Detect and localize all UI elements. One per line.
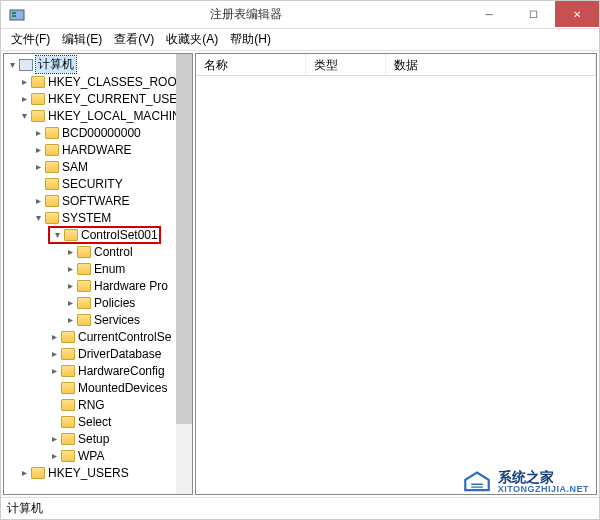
expander-icon[interactable]	[48, 382, 60, 394]
tree-hive-hkcr[interactable]: ▸ HKEY_CLASSES_ROOT	[4, 73, 192, 90]
maximize-button[interactable]: ☐	[511, 1, 555, 27]
tree-label: Policies	[94, 296, 135, 310]
column-type[interactable]: 类型	[306, 54, 386, 75]
expander-icon[interactable]: ▸	[64, 297, 76, 309]
menu-edit[interactable]: 编辑(E)	[56, 29, 108, 50]
computer-icon	[19, 59, 33, 71]
folder-icon	[64, 229, 78, 241]
tree-label: CurrentControlSe	[78, 330, 171, 344]
expander-icon[interactable]: ▸	[48, 331, 60, 343]
tree-hive-hklm[interactable]: ▾ HKEY_LOCAL_MACHINE	[4, 107, 192, 124]
folder-icon	[61, 433, 75, 445]
tree-key-setup[interactable]: ▸Setup	[4, 430, 192, 447]
tree-scrollbar[interactable]	[176, 54, 192, 494]
column-name[interactable]: 名称	[196, 54, 306, 75]
tree-label: DriverDatabase	[78, 347, 161, 361]
tree-label: HardwareConfig	[78, 364, 165, 378]
window-title: 注册表编辑器	[25, 6, 467, 23]
folder-icon	[31, 76, 45, 88]
menubar: 文件(F) 编辑(E) 查看(V) 收藏夹(A) 帮助(H)	[1, 29, 599, 51]
app-icon	[9, 7, 25, 23]
expander-icon[interactable]: ▸	[32, 195, 44, 207]
expander-icon[interactable]: ▸	[48, 348, 60, 360]
tree-label: SAM	[62, 160, 88, 174]
menu-favorites[interactable]: 收藏夹(A)	[160, 29, 224, 50]
tree-key-services[interactable]: ▸Services	[4, 311, 192, 328]
expander-icon[interactable]: ▾	[18, 110, 30, 122]
expander-icon[interactable]: ▸	[64, 263, 76, 275]
expander-icon[interactable]: ▸	[64, 246, 76, 258]
tree-key-wpa[interactable]: ▸WPA	[4, 447, 192, 464]
list-body[interactable]	[196, 76, 596, 494]
close-button[interactable]: ✕	[555, 1, 599, 27]
statusbar: 计算机	[1, 497, 599, 517]
titlebar: 注册表编辑器 ─ ☐ ✕	[1, 1, 599, 29]
tree-label: RNG	[78, 398, 105, 412]
tree-key-security[interactable]: SECURITY	[4, 175, 192, 192]
tree-key-bcd[interactable]: ▸BCD00000000	[4, 124, 192, 141]
tree-label: HKEY_CURRENT_USER	[48, 92, 186, 106]
expander-icon[interactable]: ▸	[32, 127, 44, 139]
folder-icon	[77, 297, 91, 309]
tree-key-hardware-profiles[interactable]: ▸Hardware Pro	[4, 277, 192, 294]
tree-label: HKEY_LOCAL_MACHINE	[48, 109, 189, 123]
expander-icon[interactable]: ▸	[32, 144, 44, 156]
expander-icon[interactable]: ▸	[32, 161, 44, 173]
tree-key-policies[interactable]: ▸Policies	[4, 294, 192, 311]
menu-file[interactable]: 文件(F)	[5, 29, 56, 50]
expander-icon[interactable]	[32, 178, 44, 190]
folder-icon	[61, 365, 75, 377]
expander-icon[interactable]: ▸	[18, 467, 30, 479]
svg-rect-2	[12, 15, 16, 17]
tree-key-control[interactable]: ▸Control	[4, 243, 192, 260]
expander-icon[interactable]: ▸	[48, 433, 60, 445]
folder-icon	[45, 195, 59, 207]
tree-key-sam[interactable]: ▸SAM	[4, 158, 192, 175]
tree-root-computer[interactable]: ▾ 计算机	[4, 56, 192, 73]
tree-key-driverdatabase[interactable]: ▸DriverDatabase	[4, 345, 192, 362]
expander-icon[interactable]: ▸	[64, 314, 76, 326]
expander-icon[interactable]	[48, 399, 60, 411]
list-header: 名称 类型 数据	[196, 54, 596, 76]
registry-tree[interactable]: ▾ 计算机 ▸ HKEY_CLASSES_ROOT ▸ HKEY_CURRENT…	[4, 54, 192, 483]
expander-icon[interactable]: ▸	[18, 93, 30, 105]
folder-icon	[77, 314, 91, 326]
expander-icon[interactable]: ▸	[48, 450, 60, 462]
expander-icon[interactable]: ▾	[6, 59, 18, 71]
list-pane: 名称 类型 数据	[195, 53, 597, 495]
highlight-box: ▾ ControlSet001	[48, 226, 161, 244]
menu-help[interactable]: 帮助(H)	[224, 29, 277, 50]
tree-key-software[interactable]: ▸SOFTWARE	[4, 192, 192, 209]
expander-icon[interactable]	[48, 416, 60, 428]
expander-icon[interactable]: ▸	[64, 280, 76, 292]
expander-icon[interactable]: ▸	[18, 76, 30, 88]
folder-icon	[61, 348, 75, 360]
menu-view[interactable]: 查看(V)	[108, 29, 160, 50]
column-data[interactable]: 数据	[386, 54, 596, 75]
tree-key-rng[interactable]: RNG	[4, 396, 192, 413]
tree-key-enum[interactable]: ▸Enum	[4, 260, 192, 277]
folder-icon	[45, 161, 59, 173]
expander-icon[interactable]: ▾	[32, 212, 44, 224]
tree-key-currentcontrolset[interactable]: ▸CurrentControlSe	[4, 328, 192, 345]
expander-icon[interactable]: ▸	[48, 365, 60, 377]
tree-label: Setup	[78, 432, 109, 446]
tree-key-hardwareconfig[interactable]: ▸HardwareConfig	[4, 362, 192, 379]
tree-label: 计算机	[36, 56, 76, 73]
scroll-thumb[interactable]	[176, 54, 192, 424]
tree-label: MountedDevices	[78, 381, 167, 395]
tree-key-mounteddevices[interactable]: MountedDevices	[4, 379, 192, 396]
tree-key-select[interactable]: Select	[4, 413, 192, 430]
expander-icon[interactable]: ▾	[51, 229, 63, 241]
tree-key-system[interactable]: ▾SYSTEM	[4, 209, 192, 226]
tree-label: Enum	[94, 262, 125, 276]
tree-key-hardware[interactable]: ▸HARDWARE	[4, 141, 192, 158]
tree-hive-hku[interactable]: ▸HKEY_USERS	[4, 464, 192, 481]
window-controls: ─ ☐ ✕	[467, 1, 599, 28]
tree-label: Control	[94, 245, 133, 259]
tree-label: BCD00000000	[62, 126, 141, 140]
minimize-button[interactable]: ─	[467, 1, 511, 27]
folder-icon	[61, 382, 75, 394]
tree-hive-hkcu[interactable]: ▸ HKEY_CURRENT_USER	[4, 90, 192, 107]
tree-key-controlset001[interactable]: ▾ ControlSet001	[4, 226, 192, 243]
